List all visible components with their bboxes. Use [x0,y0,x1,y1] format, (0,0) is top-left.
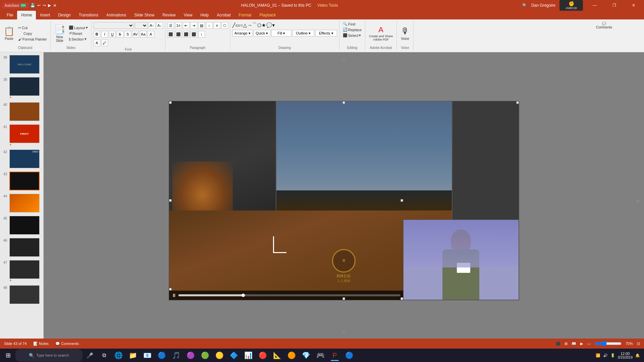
numbering-button[interactable]: 1≡ [175,22,182,29]
slide-thumb-45[interactable]: 45 [3,215,41,235]
arrange-button[interactable]: Arrange ▾ [232,30,253,37]
windows-start-button[interactable]: ⊞ [1,349,15,362]
selection-handle-mr[interactable] [400,199,403,202]
cortana-button[interactable]: 🎤 [83,349,97,362]
task-view-button[interactable]: ⧉ [97,349,111,362]
bold-button[interactable]: B [94,31,100,38]
tab-review[interactable]: Review [158,11,179,19]
taskbar-app9[interactable]: 📊 [241,349,255,362]
tab-view[interactable]: View [180,11,197,19]
slide-thumb-42[interactable]: 42 OMG! [3,149,41,169]
bullets-button[interactable]: ☰ [167,22,174,29]
shape-line-icon[interactable]: ╱ [232,22,235,28]
shape-more-icon[interactable]: ▾ [272,22,275,28]
quick-styles-button[interactable]: Quick ▾ [254,30,270,37]
taskbar-volume-icon[interactable]: 🔊 [603,353,608,358]
fontcolor-button[interactable]: A [94,40,100,46]
linespace-button[interactable]: ↕ [198,31,205,38]
shape-callout-icon[interactable]: 💬 [266,22,272,28]
zoom-slider[interactable] [595,341,622,346]
reset-button[interactable]: ↺ Reset [67,31,89,36]
tab-design[interactable]: Design [54,11,74,19]
taskbar-search-button[interactable]: 🔍 Type here to search [15,349,83,362]
tab-file[interactable]: File [3,11,17,19]
shape-curve-icon[interactable]: ⌒ [252,22,257,28]
taskbar-app5[interactable]: 🟣 [183,349,198,362]
slide-thumb-39[interactable]: 39 ★ [3,76,41,100]
slide-thumb-47[interactable]: 47 ★ [3,259,41,283]
taskbar-network-icon[interactable]: 📶 [596,353,600,358]
taskbar-app7[interactable]: 🟡 [212,349,226,362]
selection-handle-bl[interactable] [169,288,172,291]
fit-slide-button[interactable]: ⊡ [637,342,640,346]
tab-playback[interactable]: Playback [256,11,280,19]
font-name-select[interactable] [94,22,134,29]
pause-button[interactable]: ⏸ [172,293,176,298]
highlight-button[interactable]: 🖊 [101,40,108,46]
tab-format[interactable]: Format [235,11,256,19]
section-button[interactable]: § Section ▾ [67,37,89,42]
slide-thumb-43[interactable]: 43 [3,171,41,191]
shape-rect-icon[interactable]: ▭ [235,22,240,28]
taskbar-app12[interactable]: 🟠 [284,349,299,362]
find-button[interactable]: 🔍 Find [341,21,363,26]
slide-thumb-46[interactable]: 46 [3,237,41,257]
taskbar-app10[interactable]: 🔴 [256,349,270,362]
taskbar-notification-icon[interactable]: 🔔 [635,353,640,358]
notes-button[interactable]: 📝 Notes [33,342,49,346]
aligntext-button[interactable]: ≡ [214,22,220,29]
tab-transitions[interactable]: Transitions [75,11,102,19]
slide-thumb-38[interactable]: 38 WELCOME [3,54,41,74]
slide-thumb-44[interactable]: 44 [3,193,41,213]
minimize-button[interactable]: — [587,0,602,11]
toolbar-redo-icon[interactable]: ↪ [43,3,46,8]
taskbar-spotify[interactable]: 🎵 [169,349,183,362]
layout-button[interactable]: ⬛ Layout ▾ [67,25,89,30]
smartart-button[interactable]: ⬡ [221,22,228,29]
font-grow-button[interactable]: A↑ [149,22,155,29]
comments-status-button[interactable]: 💬 Comments [55,342,79,346]
case-button[interactable]: Aa [140,31,147,38]
taskbar-app6[interactable]: 🟢 [198,349,212,362]
selection-handle-ml[interactable] [169,199,172,202]
replace-button[interactable]: 🔄 Replace [341,27,363,32]
create-pdf-button[interactable]: A Create and ShareAdobe PDF [367,24,394,42]
slide-thumb-40[interactable]: 40 [3,102,41,122]
charspacing-button[interactable]: AV [132,31,139,38]
selection-handle-tl[interactable] [169,101,172,104]
normal-view-button[interactable]: ⬛ [556,342,560,346]
indent-less-button[interactable]: ⇤ [183,22,190,29]
format-painter-button[interactable]: 🖌 Format Painter [17,37,48,42]
taskbar-app13[interactable]: 💎 [299,349,313,362]
shape-oval-icon[interactable]: ○ [240,22,243,28]
close-button[interactable]: ✕ [626,0,641,11]
underline-button[interactable]: U [109,31,116,38]
font-size-select[interactable] [135,22,148,29]
italic-button[interactable]: I [101,31,108,38]
cut-button[interactable]: ✂ Cut [17,25,48,31]
indent-more-button[interactable]: ⇥ [191,22,197,29]
cols-button[interactable]: ▤ [198,22,205,29]
tab-animations[interactable]: Animations [102,11,130,19]
selection-handle-tc[interactable] [342,101,345,104]
scroll-down-button[interactable]: ▼ [341,329,346,335]
shape-fill-button[interactable]: Fill ▾ [271,30,291,37]
shape-outline-button[interactable]: Outline ▾ [292,30,314,37]
search-icon[interactable]: 🔍 [522,3,527,8]
taskbar-app11[interactable]: 📐 [270,349,284,362]
taskbar-edge[interactable]: 🌐 [111,349,125,362]
slide-canvas[interactable]: 24mm 1.78:1 snap zooms primes record [169,101,519,300]
scroll-up-button[interactable]: ▲ [341,56,346,62]
slideshow-button[interactable]: ▶ [580,342,583,346]
shape-pentagon-icon[interactable]: ⬠ [257,22,261,28]
slide-sorter-button[interactable]: ⊞ [565,342,568,346]
align-left-button[interactable]: ⬛ [167,31,174,38]
toolbar-close-icon[interactable]: ✕ [53,3,57,8]
scroll-right-button[interactable]: ▶ [637,197,641,204]
strikethrough-button[interactable]: S̶ [117,31,123,38]
dictate-button[interactable]: 🎙 Voice [399,25,411,42]
shape-triangle-icon[interactable]: △ [243,22,247,28]
tab-home[interactable]: Home [17,11,36,19]
toolbar-save-icon[interactable]: 💾 [30,3,35,8]
taskbar-clock[interactable]: 12:00 3/15/2019 [618,352,633,359]
